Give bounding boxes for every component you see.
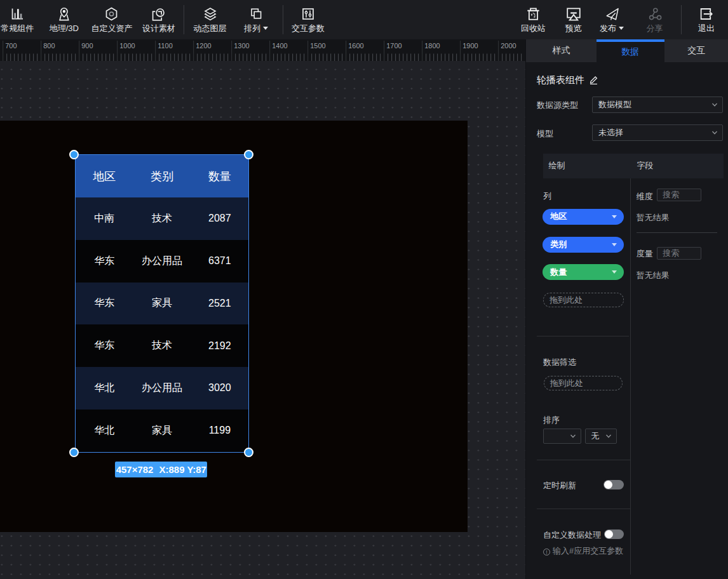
svg-text:900: 900 (81, 42, 93, 50)
svg-text:1500: 1500 (310, 42, 325, 50)
svg-text:1900: 1900 (462, 42, 478, 50)
svg-text:700: 700 (5, 42, 17, 50)
svg-text:1300: 1300 (234, 42, 249, 50)
svg-text:1200: 1200 (196, 42, 211, 50)
svg-text:1600: 1600 (348, 42, 363, 50)
svg-text:1800: 1800 (424, 42, 440, 50)
svg-text:1700: 1700 (386, 42, 401, 50)
svg-text:1400: 1400 (272, 42, 287, 50)
svg-text:1000: 1000 (119, 42, 135, 50)
svg-text:1100: 1100 (158, 42, 173, 50)
svg-text:800: 800 (43, 42, 55, 50)
svg-text:2000: 2000 (501, 42, 516, 50)
